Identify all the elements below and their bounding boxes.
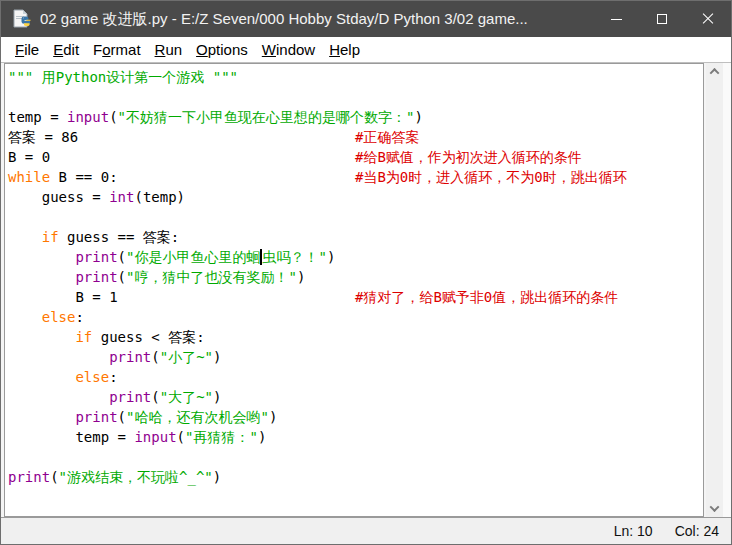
code-editor[interactable]: """ 用Python设计第一个游戏 """temp = input("不妨猜一… [4,63,704,517]
code-token-pl: ( [109,109,117,125]
code-line[interactable]: B = 0#给B赋值，作为初次进入循环的条件 [8,147,703,167]
code-line[interactable]: else: [8,367,703,387]
code-line[interactable]: while B == 0:#当B为0时，进入循环，不为0时，跳出循环 [8,167,703,187]
code-token-pl: temp = [8,429,134,445]
code-token-pl [8,229,42,245]
code-token-pl: temp = [8,109,67,125]
code-line[interactable]: print("你是小甲鱼心里的蛔虫吗？！") [8,247,703,267]
code-comment: #当B为0时，进入循环，不为0时，跳出循环 [355,167,627,187]
code-token-kw: if [42,229,59,245]
code-token-pl: ) [213,349,221,365]
code-token-kw: if [75,329,92,345]
code-comment: #正确答案 [355,127,419,147]
code-token-pl: B = 0 [8,149,50,165]
code-token-str: "大了~" [160,389,213,405]
maximize-icon [657,14,667,24]
code-token-pl: ) [269,409,277,425]
code-line[interactable]: print("小了~") [8,347,703,367]
code-line[interactable]: print("哈哈，还有次机会哟") [8,407,703,427]
code-token-pl: ( [177,429,185,445]
code-token-kw: else [42,309,76,325]
code-token-str: "小了~" [160,349,213,365]
code-token-bi: print [75,249,117,265]
code-line[interactable]: temp = input("再猜猜：") [8,427,703,447]
code-line[interactable] [8,207,703,227]
menu-item-help[interactable]: Help [322,39,367,60]
code-token-bi: input [134,429,176,445]
code-token-pl: : [75,309,83,325]
minimize-button[interactable] [593,1,639,37]
code-line[interactable]: if guess < 答案: [8,327,703,347]
code-token-pl: B == 0: [50,169,117,185]
code-token-pl [8,389,109,405]
code-token-bi: print [8,469,50,485]
code-token-pl: : [109,369,117,385]
menu-item-file[interactable]: File [8,39,46,60]
code-token-pl [8,269,75,285]
code-token-pl [8,349,109,365]
code-token-pl: guess < 答案: [92,329,204,345]
code-token-pl: guess == 答案: [59,229,180,245]
code-line[interactable] [8,447,703,467]
menu-item-options[interactable]: Options [189,39,255,60]
editor-region: """ 用Python设计第一个游戏 """temp = input("不妨猜一… [1,63,731,517]
code-token-pl: ( [118,249,126,265]
code-token-str: "不妨猜一下小甲鱼现在心里想的是哪个数字：" [118,109,415,125]
code-line[interactable]: print("大了~") [8,387,703,407]
close-button[interactable] [685,1,731,37]
title-bar: 02 game 改进版.py - E:/Z Seven/000 Hobby St… [1,1,731,37]
code-token-pl: ) [327,249,335,265]
code-token-pl: ) [213,389,221,405]
minimize-icon [611,19,622,20]
code-line[interactable]: temp = input("不妨猜一下小甲鱼现在心里想的是哪个数字：") [8,107,703,127]
code-token-pl [8,249,75,265]
code-line[interactable]: else: [8,307,703,327]
code-line[interactable] [8,87,703,107]
code-line[interactable]: if guess == 答案: [8,227,703,247]
code-line[interactable]: 答案 = 86#正确答案 [8,127,703,147]
code-token-kw: else [75,369,109,385]
scrollbar-track[interactable] [706,80,723,500]
vertical-scrollbar[interactable] [706,63,723,517]
code-line[interactable]: print("游戏结束，不玩啦^_^") [8,467,703,487]
menu-item-format[interactable]: Format [86,39,148,60]
scroll-down-button[interactable] [706,500,723,517]
code-token-bi: int [109,189,134,205]
scroll-up-button[interactable] [706,63,723,80]
code-token-str: "再猜猜：" [185,429,258,445]
window-right-edge [723,63,731,517]
menu-item-edit[interactable]: Edit [46,39,86,60]
maximize-button[interactable] [639,1,685,37]
code-token-pl: ) [213,469,221,485]
code-token-pl [8,309,42,325]
code-line[interactable]: B = 1#猜对了，给B赋予非0值，跳出循环的条件 [8,287,703,307]
code-token-pl: ( [118,409,126,425]
code-line[interactable]: print("哼，猜中了也没有奖励！") [8,267,703,287]
menu-item-run[interactable]: Run [148,39,190,60]
code-token-pl: ) [414,109,422,125]
code-token-bi: print [109,389,151,405]
code-token-pl: guess = [8,189,109,205]
code-line[interactable]: guess = int(temp) [8,187,703,207]
code-line[interactable]: """ 用Python设计第一个游戏 """ [8,67,703,87]
code-token-pl: (temp) [134,189,185,205]
code-token-pl: ( [118,269,126,285]
close-icon [702,13,714,25]
code-token-pl: ( [151,349,159,365]
python-file-icon [11,9,31,29]
window-controls [593,1,731,37]
status-bar: Ln: 10 Col: 24 [1,517,731,544]
code-token-str: "哼，猜中了也没有奖励！" [126,269,297,285]
chevron-up-icon [710,68,720,78]
code-token-bi: input [67,109,109,125]
menu-item-window[interactable]: Window [255,39,322,60]
idle-editor-window: 02 game 改进版.py - E:/Z Seven/000 Hobby St… [0,0,732,545]
code-token-str: """ 用Python设计第一个游戏 """ [8,69,238,85]
chevron-down-icon [710,502,720,512]
code-token-str: "哈哈，还有次机会哟" [126,409,269,425]
code-token-pl [8,369,75,385]
code-comment: #猜对了，给B赋予非0值，跳出循环的条件 [355,287,618,307]
code-token-bi: print [109,349,151,365]
line-indicator: Ln: 10 [614,523,653,539]
code-comment: #给B赋值，作为初次进入循环的条件 [355,147,582,167]
